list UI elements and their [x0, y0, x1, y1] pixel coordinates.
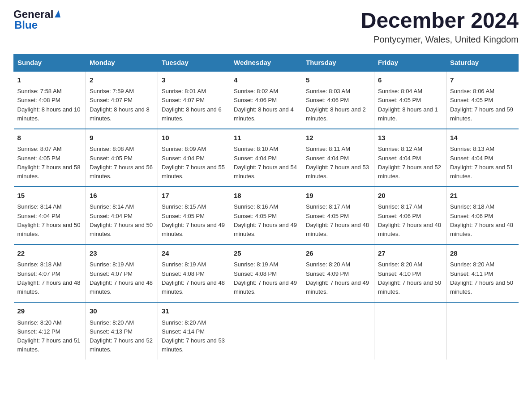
day-info: Sunrise: 8:20 AMSunset: 4:09 PMDaylight:…: [306, 261, 369, 295]
day-info: Sunrise: 8:14 AMSunset: 4:04 PMDaylight:…: [90, 203, 153, 237]
day-number: 7: [450, 75, 515, 86]
calendar-day-cell: 3 Sunrise: 8:01 AMSunset: 4:07 PMDayligh…: [158, 71, 230, 129]
calendar-day-cell: 22 Sunrise: 8:18 AMSunset: 4:07 PMDaylig…: [14, 244, 86, 302]
calendar-day-cell: 7 Sunrise: 8:06 AMSunset: 4:05 PMDayligh…: [446, 71, 519, 129]
day-info: Sunrise: 8:20 AMSunset: 4:12 PMDaylight:…: [17, 319, 81, 353]
day-number: 21: [450, 191, 515, 201]
logo-triangle-icon: [55, 10, 60, 17]
day-of-week-header: Friday: [374, 54, 446, 71]
day-number: 31: [162, 306, 226, 317]
calendar-header-row: SundayMondayTuesdayWednesdayThursdayFrid…: [14, 54, 519, 71]
title-block: December 2024 Pontycymer, Wales, United …: [361, 9, 519, 45]
calendar-day-cell: 16 Sunrise: 8:14 AMSunset: 4:04 PMDaylig…: [86, 187, 158, 244]
day-number: 9: [90, 133, 154, 143]
day-number: 16: [90, 191, 154, 201]
day-number: 29: [17, 306, 82, 317]
day-number: 30: [90, 306, 154, 317]
day-number: 20: [378, 191, 442, 201]
calendar-day-cell: 5 Sunrise: 8:03 AMSunset: 4:06 PMDayligh…: [302, 71, 374, 129]
calendar-week-row: 8 Sunrise: 8:07 AMSunset: 4:05 PMDayligh…: [14, 129, 519, 187]
calendar-day-cell: 18 Sunrise: 8:16 AMSunset: 4:05 PMDaylig…: [230, 187, 302, 244]
day-info: Sunrise: 8:18 AMSunset: 4:06 PMDaylight:…: [450, 203, 513, 237]
day-info: Sunrise: 8:06 AMSunset: 4:05 PMDaylight:…: [450, 88, 513, 121]
day-number: 11: [234, 133, 298, 143]
day-number: 10: [162, 133, 226, 143]
day-info: Sunrise: 8:18 AMSunset: 4:07 PMDaylight:…: [17, 261, 81, 295]
day-info: Sunrise: 7:58 AMSunset: 4:08 PMDaylight:…: [17, 88, 81, 121]
page-title: December 2024: [361, 9, 519, 33]
calendar-day-cell: 6 Sunrise: 8:04 AMSunset: 4:05 PMDayligh…: [374, 71, 446, 129]
day-number: 23: [90, 248, 154, 259]
calendar-day-cell: 2 Sunrise: 7:59 AMSunset: 4:07 PMDayligh…: [86, 71, 158, 129]
day-info: Sunrise: 8:04 AMSunset: 4:05 PMDaylight:…: [378, 88, 438, 121]
calendar-day-cell: 11 Sunrise: 8:10 AMSunset: 4:04 PMDaylig…: [230, 129, 302, 187]
calendar-day-cell: 24 Sunrise: 8:19 AMSunset: 4:08 PMDaylig…: [158, 244, 230, 302]
calendar-table: SundayMondayTuesdayWednesdayThursdayFrid…: [13, 54, 519, 360]
calendar-day-cell: 14 Sunrise: 8:13 AMSunset: 4:04 PMDaylig…: [446, 129, 519, 187]
day-number: 15: [17, 191, 82, 201]
calendar-day-cell: 19 Sunrise: 8:17 AMSunset: 4:05 PMDaylig…: [302, 187, 374, 244]
calendar-day-cell: [446, 302, 519, 360]
calendar-day-cell: 4 Sunrise: 8:02 AMSunset: 4:06 PMDayligh…: [230, 71, 302, 129]
day-number: 14: [450, 133, 515, 143]
day-info: Sunrise: 8:16 AMSunset: 4:05 PMDaylight:…: [234, 203, 297, 237]
calendar-day-cell: [230, 302, 302, 360]
day-info: Sunrise: 8:19 AMSunset: 4:07 PMDaylight:…: [90, 261, 153, 295]
logo-general-text: General: [13, 9, 53, 20]
day-number: 25: [234, 248, 298, 259]
day-number: 28: [450, 248, 515, 259]
day-info: Sunrise: 8:02 AMSunset: 4:06 PMDaylight:…: [234, 88, 294, 121]
day-info: Sunrise: 8:11 AMSunset: 4:04 PMDaylight:…: [306, 146, 369, 179]
day-info: Sunrise: 7:59 AMSunset: 4:07 PMDaylight:…: [90, 88, 150, 121]
day-of-week-header: Sunday: [14, 54, 86, 71]
day-number: 24: [162, 248, 226, 259]
day-number: 26: [306, 248, 370, 259]
day-number: 6: [378, 75, 442, 86]
day-info: Sunrise: 8:19 AMSunset: 4:08 PMDaylight:…: [234, 261, 297, 295]
day-number: 19: [306, 191, 370, 201]
calendar-day-cell: 25 Sunrise: 8:19 AMSunset: 4:08 PMDaylig…: [230, 244, 302, 302]
day-of-week-header: Wednesday: [230, 54, 302, 71]
calendar-day-cell: 30 Sunrise: 8:20 AMSunset: 4:13 PMDaylig…: [86, 302, 158, 360]
day-info: Sunrise: 8:03 AMSunset: 4:06 PMDaylight:…: [306, 88, 366, 121]
day-info: Sunrise: 8:20 AMSunset: 4:14 PMDaylight:…: [162, 319, 225, 353]
calendar-day-cell: 13 Sunrise: 8:12 AMSunset: 4:04 PMDaylig…: [374, 129, 446, 187]
page-subtitle: Pontycymer, Wales, United Kingdom: [361, 34, 519, 45]
calendar-day-cell: 15 Sunrise: 8:14 AMSunset: 4:04 PMDaylig…: [14, 187, 86, 244]
day-of-week-header: Thursday: [302, 54, 374, 71]
calendar-day-cell: 1 Sunrise: 7:58 AMSunset: 4:08 PMDayligh…: [14, 71, 86, 129]
day-info: Sunrise: 8:20 AMSunset: 4:11 PMDaylight:…: [450, 261, 513, 295]
day-number: 5: [306, 75, 370, 86]
calendar-week-row: 29 Sunrise: 8:20 AMSunset: 4:12 PMDaylig…: [14, 302, 519, 360]
calendar-day-cell: 27 Sunrise: 8:20 AMSunset: 4:10 PMDaylig…: [374, 244, 446, 302]
calendar-week-row: 1 Sunrise: 7:58 AMSunset: 4:08 PMDayligh…: [14, 71, 519, 129]
day-info: Sunrise: 8:19 AMSunset: 4:08 PMDaylight:…: [162, 261, 225, 295]
day-number: 1: [17, 75, 82, 86]
calendar-day-cell: 20 Sunrise: 8:17 AMSunset: 4:06 PMDaylig…: [374, 187, 446, 244]
day-info: Sunrise: 8:01 AMSunset: 4:07 PMDaylight:…: [162, 88, 222, 121]
calendar-day-cell: [302, 302, 374, 360]
calendar-week-row: 22 Sunrise: 8:18 AMSunset: 4:07 PMDaylig…: [14, 244, 519, 302]
calendar-day-cell: 10 Sunrise: 8:09 AMSunset: 4:04 PMDaylig…: [158, 129, 230, 187]
calendar-day-cell: 17 Sunrise: 8:15 AMSunset: 4:05 PMDaylig…: [158, 187, 230, 244]
calendar-week-row: 15 Sunrise: 8:14 AMSunset: 4:04 PMDaylig…: [14, 187, 519, 244]
day-of-week-header: Monday: [86, 54, 158, 71]
logo: General Blue: [13, 9, 60, 30]
calendar-day-cell: 31 Sunrise: 8:20 AMSunset: 4:14 PMDaylig…: [158, 302, 230, 360]
day-number: 17: [162, 191, 226, 201]
day-of-week-header: Saturday: [446, 54, 519, 71]
day-info: Sunrise: 8:17 AMSunset: 4:05 PMDaylight:…: [306, 203, 369, 237]
day-info: Sunrise: 8:20 AMSunset: 4:10 PMDaylight:…: [378, 261, 441, 295]
calendar-day-cell: 9 Sunrise: 8:08 AMSunset: 4:05 PMDayligh…: [86, 129, 158, 187]
calendar-day-cell: [374, 302, 446, 360]
calendar-day-cell: 28 Sunrise: 8:20 AMSunset: 4:11 PMDaylig…: [446, 244, 519, 302]
day-info: Sunrise: 8:20 AMSunset: 4:13 PMDaylight:…: [90, 319, 153, 353]
logo-blue-text: Blue: [14, 20, 60, 30]
calendar-day-cell: 21 Sunrise: 8:18 AMSunset: 4:06 PMDaylig…: [446, 187, 519, 244]
day-number: 8: [17, 133, 82, 143]
day-number: 3: [162, 75, 226, 86]
page-header: General Blue December 2024 Pontycymer, W…: [13, 9, 519, 45]
calendar-day-cell: 26 Sunrise: 8:20 AMSunset: 4:09 PMDaylig…: [302, 244, 374, 302]
day-info: Sunrise: 8:08 AMSunset: 4:05 PMDaylight:…: [90, 146, 153, 179]
day-number: 18: [234, 191, 298, 201]
